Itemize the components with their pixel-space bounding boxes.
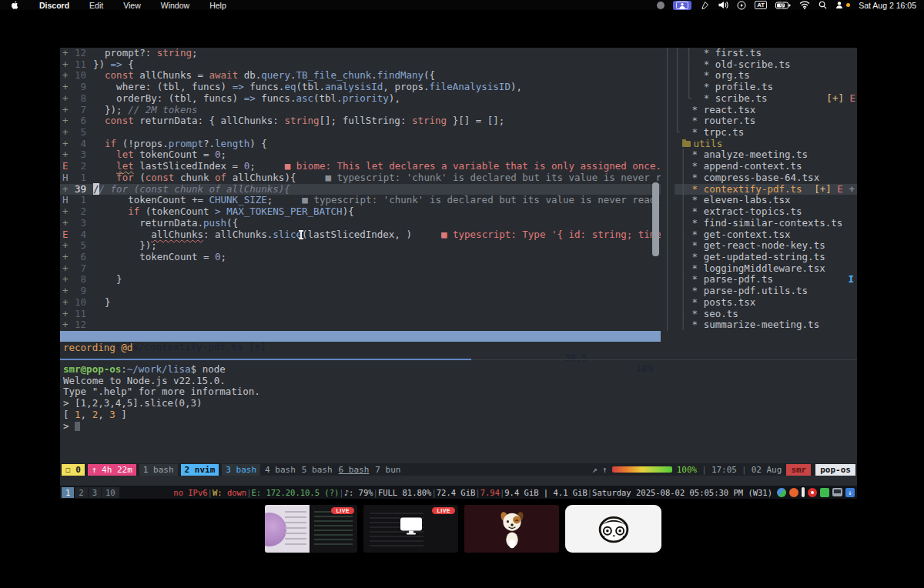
file-tree-pane[interactable]: │ │ * first.ts│ │ * old-scribe.ts│ │ * o…: [675, 48, 857, 331]
lock-icon[interactable]: [820, 488, 829, 497]
tree-item-loggingMiddleware-tsx[interactable]: │ * loggingMiddleware.tsx: [675, 263, 857, 275]
statusline-cursor-position: 39,5: [564, 352, 588, 363]
tree-item-get-updated-string-ts[interactable]: │ * get-updated-string.ts: [675, 252, 857, 263]
flame-icon[interactable]: [789, 488, 798, 497]
tmux-window--4h-22m[interactable]: ↑ 4h 22m: [88, 464, 136, 476]
screen-share-icon[interactable]: [673, 1, 691, 10]
tree-item-extract-topics-ts[interactable]: │ * extract-topics.ts: [675, 206, 857, 218]
code-token: [93, 149, 116, 160]
tmux-window-3-bash[interactable]: 3 bash: [222, 464, 260, 476]
network-icon[interactable]: [777, 488, 786, 497]
line-number: 11: [69, 309, 86, 320]
terminal-line: >: [60, 421, 857, 433]
diagnostic-square-icon: ■: [302, 194, 313, 205]
tmux-window-6-bash[interactable]: 6 bash: [337, 464, 371, 476]
menu-bar-clock[interactable]: Sat Aug 2 16:05: [859, 1, 916, 10]
code-line: E4 allChunks: allChunks.slice(lastSliced…: [60, 229, 661, 241]
tree-item-analyze-meeting-ts[interactable]: │ * analyze-meeting.ts: [675, 149, 857, 161]
tree-item-router-ts[interactable]: │ * router.ts: [675, 115, 857, 127]
tree-item-scribe-ts[interactable]: │ └ * scribe.ts[+] E: [675, 93, 857, 105]
record-icon[interactable]: [808, 488, 817, 497]
folder-icon: [682, 141, 691, 147]
tmux-window-2-nvim[interactable]: 2 nvim: [181, 464, 219, 476]
tree-item-get-context-tsx[interactable]: │ * get-context.tsx: [675, 229, 857, 241]
at-badge[interactable]: AT: [755, 1, 767, 9]
code-token: string: [284, 115, 319, 126]
tree-item-append-context-ts[interactable]: │ * append-context.ts: [675, 161, 857, 172]
tree-item-parse-pdf-utils-ts[interactable]: │ * parse-pdf.utils.ts: [675, 286, 857, 297]
tmux-window-1-bash[interactable]: 1 bash: [139, 464, 178, 476]
pane-divider[interactable]: [667, 48, 668, 331]
tree-item-utils[interactable]: utils: [675, 139, 857, 150]
window-preview-browser-code[interactable]: LIVE: [265, 505, 357, 553]
dnd-icon[interactable]: [657, 2, 665, 9]
tree-guide: │: [675, 239, 692, 251]
menu-item-help[interactable]: Help: [209, 1, 226, 10]
battery-icon[interactable]: [775, 2, 791, 9]
tree-item-seo-ts[interactable]: │ * seo.ts: [675, 309, 857, 320]
tree-item-get-react-node-key-ts[interactable]: │ * get-react-node-key.ts: [675, 240, 857, 252]
tree-item-org-ts[interactable]: │ │ * org.ts: [675, 70, 857, 82]
code-token: : allChunks.: [203, 229, 273, 240]
pen-icon[interactable]: [700, 1, 709, 10]
dog-illustration: [495, 509, 529, 549]
code-line: +7 }); // 2M tokens: [60, 105, 661, 116]
tmux-window-7-bun[interactable]: 7 bun: [373, 464, 402, 476]
code-token: returnData: { allChunks:: [134, 115, 285, 126]
workspace-tag-3[interactable]: 3: [89, 487, 101, 498]
tree-item-eleven-labs-tsx[interactable]: │ * eleven-labs.tsx: [675, 195, 857, 206]
tree-item-parse-pdf-ts[interactable]: │ * parse-pdf.tsI: [675, 274, 857, 286]
code-token: orderBy: (tbl, funcs): [93, 92, 244, 104]
tree-item-find-similar-contexts-ts[interactable]: │ * find-similar-contexts.ts: [675, 218, 857, 229]
terminal-cursor: [75, 422, 80, 431]
tree-item-posts-tsx[interactable]: │ * posts.tsx: [675, 297, 857, 309]
workspace-tag-2[interactable]: 2: [75, 487, 87, 498]
code-token: , props.: [383, 81, 429, 92]
workspace-tag-10[interactable]: 10: [102, 487, 119, 498]
menu-item-edit[interactable]: Edit: [89, 1, 103, 10]
tree-item-contextify-pdf-ts[interactable]: │ * contextify-pdf.ts[+] E + C: [675, 184, 857, 195]
display-icon[interactable]: [832, 488, 842, 496]
status-segment: Saturday 2025-08-02 05:05:30 PM (W31): [592, 488, 772, 497]
menu-item-window[interactable]: Window: [161, 1, 189, 10]
menu-item-view[interactable]: View: [123, 1, 141, 10]
file-name: eleven-labs.tsx: [704, 194, 791, 205]
play-icon[interactable]: [737, 1, 746, 10]
active-app-name[interactable]: Discord: [39, 1, 69, 10]
search-icon[interactable]: [819, 1, 827, 9]
line-number: 1: [69, 195, 86, 206]
tree-item-profile-ts[interactable]: │ │ * profile.ts: [675, 82, 857, 93]
window-preview-dog-artwork[interactable]: [464, 505, 559, 553]
tmux-window--0[interactable]: ☐ 0: [62, 464, 85, 476]
workspace-tag-1[interactable]: 1: [62, 487, 74, 498]
tree-item-trpc-ts[interactable]: └ * trpc.ts: [675, 127, 857, 139]
code-token: funcs.: [256, 92, 296, 104]
line-number: 12: [69, 48, 86, 59]
tree-item-react-tsx[interactable]: │ * react.tsx: [675, 105, 857, 116]
tree-item-first-ts[interactable]: │ │ * first.ts: [675, 48, 857, 59]
window-preview-desktop[interactable]: LIVE: [363, 505, 458, 553]
tmux-window-5-bash[interactable]: 5 bash: [300, 464, 334, 476]
user-switch-icon[interactable]: [835, 1, 850, 9]
speaker-icon[interactable]: [718, 1, 728, 9]
editor-scrollbar[interactable]: [652, 182, 659, 256]
tmux-split-active-border[interactable]: [60, 359, 471, 360]
bash-terminal-pane[interactable]: smr@pop-os:~/work/lisa$ nodeWelcome to N…: [60, 364, 857, 432]
apple-icon[interactable]: [11, 1, 19, 9]
gutter-sign: +: [60, 184, 69, 195]
tmux-split-border[interactable]: [471, 359, 857, 360]
download-icon[interactable]: ↓: [845, 488, 855, 497]
file-name: append-context.ts: [704, 160, 802, 172]
code-text-lines: [314, 511, 353, 548]
tree-item-compress-base-64-tsx[interactable]: │ * compress-base-64.tsx: [675, 172, 857, 184]
tmux-window-4-bash[interactable]: 4 bash: [263, 464, 297, 476]
line-number: 5: [69, 240, 86, 252]
window-preview-cat-logo[interactable]: [565, 505, 661, 553]
tree-item-old-scribe-ts[interactable]: │ │ * old-scribe.ts: [675, 59, 857, 71]
tree-item-summarize-meeting-ts[interactable]: │ * summarize-meeting.ts: [675, 319, 857, 331]
bar-icon[interactable]: [802, 487, 805, 497]
nvim-editor-pane[interactable]: +12 prompt?: string;+11}) => {+10 const …: [60, 48, 661, 331]
code-token: if: [128, 205, 139, 217]
wifi-icon[interactable]: [799, 1, 810, 9]
code-token: [93, 160, 116, 172]
